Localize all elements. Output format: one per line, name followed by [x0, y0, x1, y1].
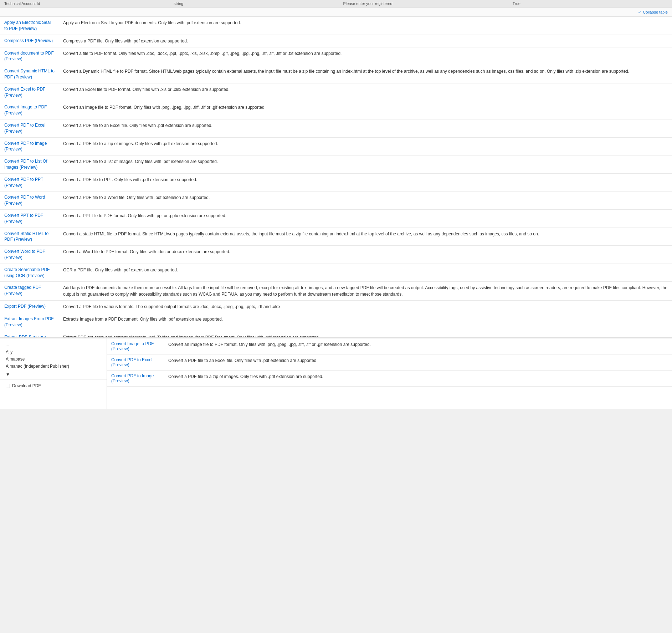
row-desc-cell: Convert an image file to PDF format. Onl…: [59, 101, 672, 119]
row-desc-cell: Convert a Word file to PDF format. Only …: [59, 246, 672, 264]
row-desc-cell: Add tags to PDF documents to make them m…: [59, 282, 672, 301]
row-name-cell: Convert PDF to Image (Preview): [0, 137, 59, 155]
row-desc-cell: Apply an Electronic Seal to your PDF doc…: [59, 17, 672, 35]
row-desc-cell: Convert a PPT file to PDF format. Only f…: [59, 209, 672, 228]
row-name-cell: Apply an Electronic Seal to PDF (Preview…: [0, 17, 59, 35]
download-pdf-label: Download PDF: [12, 383, 41, 388]
row-name-link[interactable]: Convert PDF to Image (Preview): [4, 141, 47, 152]
row-name-cell: Compress PDF (Preview): [0, 35, 59, 47]
row-desc-cell: Convert a Dynamic HTML file to PDF forma…: [59, 65, 672, 83]
br-name-link[interactable]: Convert Image to PDF (Preview): [111, 341, 154, 351]
row-name-cell: Create tagged PDF (Preview): [0, 282, 59, 301]
row-desc-cell: Convert a PDF file to a Word file. Only …: [59, 192, 672, 210]
ally-item[interactable]: Ally: [0, 348, 107, 356]
row-name-cell: Convert PDF to List Of Images (Preview): [0, 155, 59, 174]
main-container: ⤢ Collapse table Apply an Electronic Sea…: [0, 7, 672, 409]
table-row: Convert PPT to PDF (Preview)Convert a PP…: [0, 209, 672, 228]
row-name-cell: Convert PDF to Excel (Preview): [0, 119, 59, 137]
row-desc-cell: OCR a PDF file. Only files with .pdf ext…: [59, 264, 672, 282]
row-name-link[interactable]: Convert PPT to PDF (Preview): [4, 213, 43, 224]
dropdown-arrow-icon: ▼: [6, 372, 10, 377]
row-name-cell: Convert Static HTML to PDF (Preview): [0, 228, 59, 246]
topbar-col3: Please enter your registered: [343, 1, 498, 6]
br-name-cell: Convert PDF to Excel (Preview): [107, 354, 164, 371]
row-desc-cell: Extracts Images from a PDF Document. Onl…: [59, 313, 672, 331]
row-name-link[interactable]: Convert PDF to Excel (Preview): [4, 123, 45, 134]
row-name-cell: Convert Image to PDF (Preview): [0, 101, 59, 119]
top-bar: Technical Account Id string Please enter…: [0, 0, 672, 7]
row-name-link[interactable]: Convert document to PDF (Preview): [4, 51, 54, 62]
row-name-cell: Extract PDF Structure, Tables and Images…: [0, 331, 59, 338]
row-name-link[interactable]: Convert PDF to List Of Images (Preview): [4, 159, 47, 170]
table-row: Convert PDF to Excel (Preview)Convert a …: [0, 119, 672, 137]
table-row: Extract PDF Structure, Tables and Images…: [0, 331, 672, 338]
table-row: Export PDF (Preview)Convert a PDF file t…: [0, 301, 672, 313]
row-name-link[interactable]: Extract Images From PDF (Preview): [4, 316, 54, 327]
row-desc-cell: Convert a PDF file to PPT. Only files wi…: [59, 173, 672, 192]
collapse-bar: ⤢ Collapse table: [0, 7, 672, 17]
row-desc-cell: Convert a static HTML file to PDF format…: [59, 228, 672, 246]
topbar-col4: True: [513, 1, 668, 6]
table-row: Convert Dynamic HTML to PDF (Preview)Con…: [0, 65, 672, 83]
row-name-cell: Convert Dynamic HTML to PDF (Preview): [0, 65, 59, 83]
row-name-link[interactable]: Apply an Electronic Seal to PDF (Preview…: [4, 20, 51, 31]
bottom-right-row: Convert PDF to Image (Preview)Convert a …: [107, 371, 672, 387]
row-name-link[interactable]: Export PDF (Preview): [4, 304, 46, 309]
ellipsis-item: ...: [0, 341, 107, 348]
br-name-cell: Convert PDF to Image (Preview): [107, 371, 164, 387]
collapse-button[interactable]: ⤢ Collapse table: [638, 10, 668, 14]
row-desc-cell: Convert a PDF file to a zip of images. O…: [59, 137, 672, 155]
br-desc-cell: Convert a PDF file to an Excel file. Onl…: [164, 354, 672, 371]
collapse-label: Collapse table: [643, 10, 668, 14]
row-name-link[interactable]: Compress PDF (Preview): [4, 38, 53, 43]
br-desc-cell: Convert a PDF file to a zip of images. O…: [164, 371, 672, 387]
main-table: Apply an Electronic Seal to PDF (Preview…: [0, 17, 672, 338]
bottom-right-row: Convert Image to PDF (Preview)Convert an…: [107, 338, 672, 354]
row-name-cell: Convert PDF to Word (Preview): [0, 192, 59, 210]
row-name-cell: Extract Images From PDF (Preview): [0, 313, 59, 331]
bottom-right-row: Convert PDF to Excel (Preview)Convert a …: [107, 354, 672, 371]
bottom-panel: ... Ally Almabase Almanac (Independent P…: [0, 338, 672, 409]
bottom-right-panel[interactable]: Convert Image to PDF (Preview)Convert an…: [107, 338, 672, 409]
table-row: Convert PDF to Image (Preview)Convert a …: [0, 137, 672, 155]
table-row: Convert Image to PDF (Preview)Convert an…: [0, 101, 672, 119]
bottom-left-list: ... Ally Almabase Almanac (Independent P…: [0, 341, 107, 370]
dropdown-row: ▼: [0, 370, 107, 379]
row-name-link[interactable]: Create Searchable PDF using OCR (Preview…: [4, 267, 50, 278]
row-name-link[interactable]: Convert Excel to PDF (Preview): [4, 87, 45, 98]
row-name-link[interactable]: Extract PDF Structure, Tables and Images…: [4, 335, 53, 338]
table-row: Create Searchable PDF using OCR (Preview…: [0, 264, 672, 282]
row-name-cell: Create Searchable PDF using OCR (Preview…: [0, 264, 59, 282]
table-row: Create tagged PDF (Preview)Add tags to P…: [0, 282, 672, 301]
row-name-link[interactable]: Convert Word to PDF (Preview): [4, 249, 45, 260]
table-row: Convert PDF to List Of Images (Preview)C…: [0, 155, 672, 174]
br-name-link[interactable]: Convert PDF to Image (Preview): [111, 373, 154, 383]
row-name-link[interactable]: Convert PDF to Word (Preview): [4, 195, 45, 206]
table-row: Convert PDF to PPT (Preview)Convert a PD…: [0, 173, 672, 192]
collapse-icon: ⤢: [638, 10, 641, 14]
almanac-item[interactable]: Almanac (Independent Publisher): [0, 363, 107, 370]
table-row: Apply an Electronic Seal to PDF (Preview…: [0, 17, 672, 35]
table-row: Convert Excel to PDF (Preview)Convert an…: [0, 83, 672, 101]
table-wrapper[interactable]: Apply an Electronic Seal to PDF (Preview…: [0, 17, 672, 338]
row-name-link[interactable]: Create tagged PDF (Preview): [4, 285, 41, 296]
row-name-cell: Convert document to PDF (Preview): [0, 47, 59, 65]
row-name-link[interactable]: Convert Image to PDF (Preview): [4, 104, 47, 116]
row-desc-cell: Extract PDF structure and content elemen…: [59, 331, 672, 338]
topbar-col2: string: [174, 1, 329, 6]
br-name-cell: Convert Image to PDF (Preview): [107, 338, 164, 354]
row-name-cell: Convert Word to PDF (Preview): [0, 246, 59, 264]
row-name-cell: Convert PDF to PPT (Preview): [0, 173, 59, 192]
almabase-item[interactable]: Almabase: [0, 356, 107, 363]
table-row: Convert PDF to Word (Preview)Convert a P…: [0, 192, 672, 210]
br-desc-cell: Convert an image file to PDF format. Onl…: [164, 338, 672, 354]
br-name-link[interactable]: Convert PDF to Excel (Preview): [111, 357, 152, 367]
table-row: Convert document to PDF (Preview)Convert…: [0, 47, 672, 65]
row-desc-cell: Compress a PDF file. Only files with .pd…: [59, 35, 672, 47]
table-row: Convert Static HTML to PDF (Preview)Conv…: [0, 228, 672, 246]
row-name-cell: Convert Excel to PDF (Preview): [0, 83, 59, 101]
row-name-link[interactable]: Convert Static HTML to PDF (Preview): [4, 231, 48, 242]
download-pdf-button[interactable]: Download PDF: [0, 381, 107, 390]
row-name-link[interactable]: Convert PDF to PPT (Preview): [4, 177, 43, 188]
row-name-link[interactable]: Convert Dynamic HTML to PDF (Preview): [4, 68, 55, 80]
